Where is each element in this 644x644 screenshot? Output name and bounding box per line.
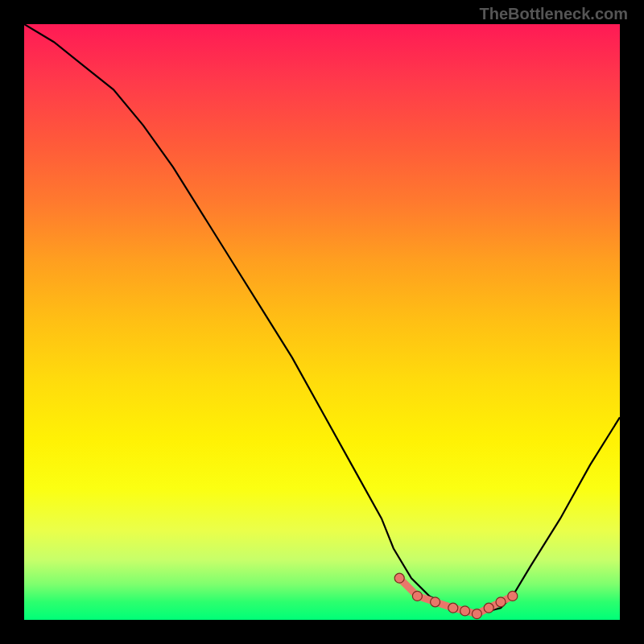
highlight-dot <box>448 603 458 613</box>
highlight-dot <box>460 606 470 616</box>
chart-svg <box>24 24 620 620</box>
highlight-dot <box>412 591 422 601</box>
chart-area <box>24 24 620 620</box>
highlight-dot <box>508 591 518 601</box>
highlight-dot <box>484 603 493 613</box>
bottleneck-curve-line <box>24 24 620 614</box>
highlight-dot <box>394 573 404 583</box>
highlight-dot <box>431 597 440 607</box>
watermark-text: TheBottleneck.com <box>480 5 628 23</box>
highlight-dot <box>472 609 481 619</box>
highlight-dot <box>496 597 506 607</box>
